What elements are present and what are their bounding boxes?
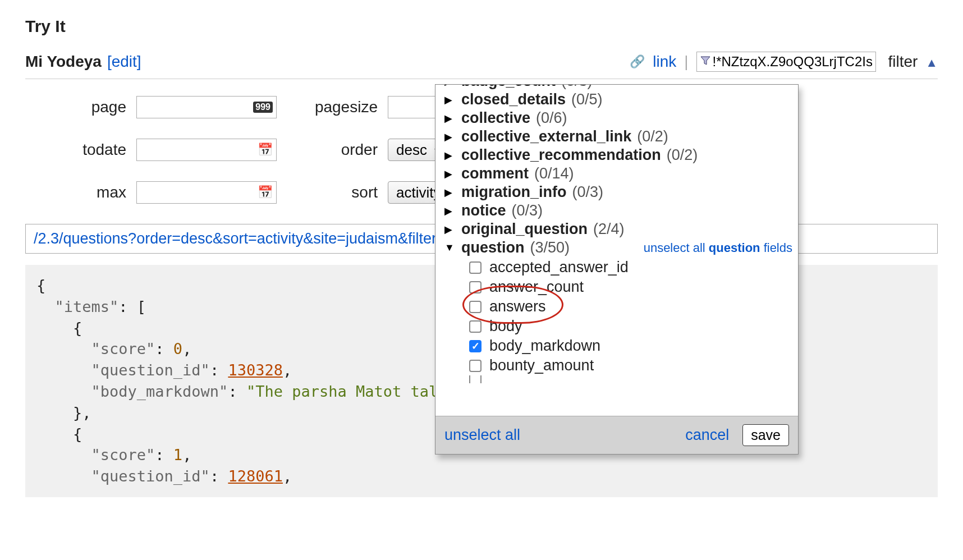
type-name: original_question <box>461 221 588 238</box>
calendar-icon: 📅 <box>258 185 273 200</box>
order-label: order <box>310 141 378 159</box>
field-row-accepted_answer_id[interactable]: accepted_answer_id <box>469 258 792 277</box>
calendar-icon: 📅 <box>258 143 273 157</box>
unselect-all-link[interactable]: unselect all <box>444 426 520 444</box>
field-label: bounty_amount <box>489 357 594 374</box>
type-count: (0/3) <box>561 85 593 90</box>
numeric-badge-icon: 999 <box>253 102 273 113</box>
disclosure-triangle-icon[interactable]: ▼ <box>444 242 456 254</box>
filter-input[interactable] <box>696 52 876 72</box>
field-row-body[interactable]: body <box>469 316 792 336</box>
type-count: (0/6) <box>536 109 567 127</box>
type-name: collective_external_link <box>461 128 631 145</box>
filter-toggle[interactable]: filter ▲ <box>888 53 938 71</box>
type-name: notice <box>461 202 506 219</box>
checkbox[interactable] <box>469 281 481 293</box>
type-name: collective_recommendation <box>461 146 661 164</box>
max-label: max <box>59 183 126 201</box>
link-icon: 🔗 <box>630 54 645 69</box>
type-count: (0/3) <box>572 183 604 201</box>
save-button[interactable]: save <box>742 424 789 446</box>
type-row-collective_recommendation[interactable]: ▶collective_recommendation (0/2) <box>444 146 792 164</box>
page-label: page <box>59 98 126 116</box>
field-row-bounty_amount[interactable]: bounty_amount <box>469 356 792 375</box>
checkbox[interactable] <box>469 360 481 372</box>
checkbox[interactable] <box>469 320 481 333</box>
type-name: collective <box>461 109 530 127</box>
page-input[interactable]: 999 <box>136 96 277 118</box>
type-name: closed_details <box>461 91 566 108</box>
type-row-collective[interactable]: ▶collective (0/6) <box>444 109 792 127</box>
disclosure-triangle-icon[interactable]: ▶ <box>444 168 456 180</box>
type-name: badge_count <box>461 85 556 90</box>
type-count: (2/4) <box>593 221 625 238</box>
type-row-migration_info[interactable]: ▶migration_info (0/3) <box>444 183 792 201</box>
type-count: (0/3) <box>512 202 543 219</box>
max-input[interactable]: 📅 <box>136 181 277 204</box>
field-row-answer_count[interactable]: answer_count <box>469 277 792 297</box>
type-row-notice[interactable]: ▶notice (0/3) <box>444 202 792 219</box>
triangle-up-icon: ▲ <box>925 56 938 70</box>
field-row-body_markdown[interactable]: ✓body_markdown <box>469 336 792 356</box>
site-name: Mi Yodeya <box>25 53 102 71</box>
cancel-link[interactable]: cancel <box>685 426 729 444</box>
disclosure-triangle-icon[interactable]: ▶ <box>444 131 456 143</box>
type-row-comment[interactable]: ▶comment (0/14) <box>444 165 792 182</box>
type-name: comment <box>461 165 529 182</box>
checkbox <box>469 375 481 383</box>
type-count: (3/50) <box>530 239 570 256</box>
order-select[interactable]: desc <box>388 139 442 161</box>
type-row-collective_external_link[interactable]: ▶collective_external_link (0/2) <box>444 128 792 145</box>
type-name: migration_info <box>461 183 567 201</box>
type-count: (0/14) <box>534 165 574 182</box>
type-name: question <box>461 239 525 256</box>
todate-input[interactable]: 📅 <box>136 139 277 161</box>
field-label: answers <box>489 298 546 315</box>
sort-label: sort <box>310 183 378 201</box>
separator: | <box>684 53 688 71</box>
checkbox[interactable] <box>469 261 481 274</box>
type-count: (0/2) <box>667 146 698 164</box>
field-label: accepted_answer_id <box>489 259 629 276</box>
disclosure-triangle-icon[interactable]: ▶ <box>444 85 456 88</box>
field-row-answers[interactable]: answers <box>469 297 792 316</box>
field-label: body_markdown <box>489 337 600 355</box>
type-count: (0/5) <box>571 91 603 108</box>
filter-panel: ▶badge_count (0/3)▶closed_details (0/5)▶… <box>435 84 799 455</box>
type-row-original_question[interactable]: ▶original_question (2/4) <box>444 221 792 238</box>
disclosure-triangle-icon[interactable]: ▶ <box>444 223 456 236</box>
disclosure-triangle-icon[interactable]: ▶ <box>444 112 456 125</box>
type-row-badge_count[interactable]: ▶badge_count (0/3) <box>444 85 792 90</box>
checkbox[interactable]: ✓ <box>469 340 481 352</box>
page-title: Try It <box>25 17 938 36</box>
type-count: (0/2) <box>637 128 668 145</box>
todate-label: todate <box>59 141 126 159</box>
field-label: answer_count <box>489 278 584 296</box>
field-row-clipped <box>469 375 792 383</box>
unselect-type-link[interactable]: unselect all question fields <box>644 241 792 255</box>
disclosure-triangle-icon[interactable]: ▶ <box>444 186 456 199</box>
disclosure-triangle-icon[interactable]: ▶ <box>444 205 456 217</box>
type-row-question[interactable]: ▼question (3/50)unselect all question fi… <box>444 239 792 256</box>
disclosure-triangle-icon[interactable]: ▶ <box>444 94 456 106</box>
permalink-link[interactable]: link <box>653 53 676 71</box>
type-row-closed_details[interactable]: ▶closed_details (0/5) <box>444 91 792 108</box>
checkbox[interactable] <box>469 301 481 313</box>
field-label: body <box>489 318 522 335</box>
pagesize-label: pagesize <box>310 98 378 116</box>
disclosure-triangle-icon[interactable]: ▶ <box>444 149 456 162</box>
edit-site-link[interactable]: [edit] <box>107 53 141 71</box>
